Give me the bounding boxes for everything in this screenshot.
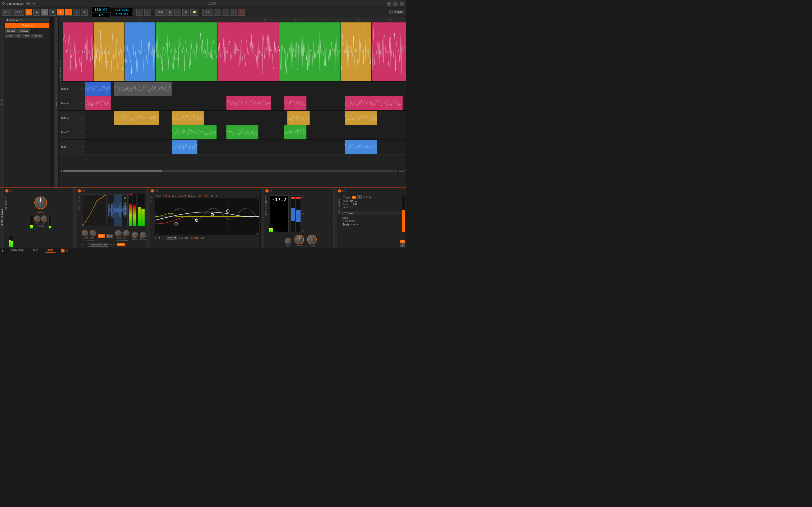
stop-button[interactable]: ■ xyxy=(33,9,40,15)
sync-button[interactable]: ↕ xyxy=(144,9,151,15)
osc-setting-icon[interactable]: ⚙ xyxy=(356,220,357,222)
take1-close[interactable]: ✕ xyxy=(81,146,83,149)
region-button[interactable]: REGION xyxy=(389,10,404,14)
eq-node-4[interactable]: 4 xyxy=(174,222,177,226)
peak-limiter-settings[interactable] xyxy=(270,189,272,192)
scroll-left-btn[interactable]: ◀ xyxy=(60,169,62,172)
osc-play-btn[interactable]: ▶ xyxy=(369,196,372,199)
sc-fx-button[interactable]: Sc FX xyxy=(117,243,125,246)
back-button[interactable]: ↺ xyxy=(183,9,189,15)
timeline-ruler[interactable]: 1.3 1.4 2.1 2.2 2.3 2.4 3.1 3.2 3.3 3.4 … xyxy=(59,17,406,22)
panel-add-btn-2[interactable]: + xyxy=(146,187,150,248)
a-button[interactable]: A xyxy=(352,196,356,199)
add-track-button-transport[interactable]: + xyxy=(57,9,64,15)
de-esser-settings[interactable] xyxy=(9,189,12,192)
take2-content[interactable] xyxy=(85,125,406,139)
freeze-button[interactable]: ❄ Freeze xyxy=(342,211,405,215)
slope-up-btn[interactable]: ↑ xyxy=(350,206,351,208)
ratio1-knob[interactable] xyxy=(82,230,88,236)
panel-add-btn-3[interactable]: + xyxy=(261,187,264,248)
eq-node-3[interactable]: 3 xyxy=(211,213,214,216)
file-button[interactable]: FILE xyxy=(2,9,12,15)
arrange-tab[interactable]: ARRANGE xyxy=(8,248,26,253)
title-add-tab[interactable]: + xyxy=(32,2,36,5)
release-knob-peak[interactable] xyxy=(295,235,304,244)
cycle-button[interactable]: ⟲ xyxy=(49,9,56,15)
take1-content[interactable] xyxy=(85,140,406,154)
rms-button[interactable]: RMS xyxy=(106,234,113,238)
window-minimize-button[interactable]: ─ xyxy=(387,2,391,6)
eq-display[interactable]: 4 3 2 5 +10 0 -10 20 100 1k 10k xyxy=(155,198,259,235)
osc-mode1[interactable]: ∿ xyxy=(363,196,365,199)
panel-add-btn-4[interactable]: + xyxy=(333,187,337,248)
title-close-tab[interactable]: ✕ xyxy=(26,2,31,5)
play-label-button[interactable]: PLAY xyxy=(13,9,24,15)
input-knob[interactable] xyxy=(285,238,291,244)
folder-button[interactable]: 📁 xyxy=(190,9,198,15)
record-button[interactable]: ● xyxy=(41,9,48,15)
formant-button[interactable]: Formant xyxy=(31,34,43,38)
main-track-content[interactable] xyxy=(63,22,406,81)
eq-arrows[interactable]: ⇅ xyxy=(215,195,217,198)
slope-down-btn[interactable]: ↓ xyxy=(352,206,353,208)
scrollbar-thumb[interactable] xyxy=(63,170,162,172)
mix-tab[interactable]: MIX xyxy=(31,248,40,253)
scrollbar-track[interactable] xyxy=(63,170,394,172)
view-icon-2[interactable]: ||| xyxy=(65,249,69,252)
gain-button[interactable]: Gain xyxy=(5,34,13,38)
undo-button[interactable]: ↩ xyxy=(214,9,221,15)
panel-add-btn-1[interactable]: + xyxy=(73,187,77,248)
tempo-display[interactable]: 110.00 4/4 xyxy=(92,7,110,17)
stretch-button[interactable]: Stretch xyxy=(5,29,17,33)
de-esser-freq-knob[interactable] xyxy=(34,196,47,209)
oscilloscope-settings[interactable] xyxy=(342,189,345,192)
eq-node-5[interactable]: 5 xyxy=(195,219,198,222)
take4-content[interactable] xyxy=(85,96,406,110)
onsets-button[interactable]: Onsets xyxy=(18,29,31,33)
range-30[interactable]: ±30 xyxy=(210,195,214,198)
take2-close[interactable]: ✕ xyxy=(81,131,83,134)
view-icon-1[interactable]: □ xyxy=(61,249,64,252)
metronome-button[interactable]: ♩ xyxy=(136,9,143,15)
window-close-button[interactable]: ✕ xyxy=(400,2,404,6)
play2-button[interactable]: ▷ xyxy=(174,9,181,15)
window-maximize-button[interactable]: □ xyxy=(393,2,398,6)
punch-button[interactable]: + xyxy=(73,9,80,15)
attack-knob[interactable] xyxy=(132,232,138,238)
peak-limiter-power[interactable] xyxy=(265,189,268,192)
eq-node-2[interactable]: 2 xyxy=(226,209,230,213)
edit-tab[interactable]: EDIT xyxy=(45,248,55,253)
dynamics-power[interactable] xyxy=(78,189,81,192)
de-esser-knob1[interactable] xyxy=(34,216,41,222)
ratio2-knob[interactable] xyxy=(115,230,121,236)
b-label-btn[interactable]: B xyxy=(400,243,405,247)
de-esser-knob2[interactable] xyxy=(41,216,47,222)
dynamics-settings[interactable] xyxy=(82,189,85,192)
horizontal-scrollbar[interactable]: ◀ ▶ 1/16 ▾ xyxy=(59,154,406,187)
position-display[interactable]: 3.2.3.31 0:05.225 xyxy=(111,8,133,16)
marker-button[interactable]: || xyxy=(166,9,173,15)
peak-button[interactable]: Peak xyxy=(98,234,105,238)
a-label-btn[interactable]: A xyxy=(400,240,405,243)
copy-button[interactable]: ⎘ xyxy=(230,9,237,15)
range-20[interactable]: ±20 xyxy=(204,195,207,198)
eq-power[interactable] xyxy=(151,189,154,192)
play-button[interactable]: ▶ xyxy=(26,9,32,15)
page-indicator[interactable]: 1/16 ▾ xyxy=(398,170,405,172)
band-power-btn[interactable]: ⚡ xyxy=(158,237,161,239)
device-input-select[interactable]: Device Input xyxy=(89,243,108,247)
edit-button[interactable]: EDIT xyxy=(202,9,213,15)
b-button[interactable]: B xyxy=(357,195,362,199)
osc-mode2[interactable]: ⏵ xyxy=(366,196,368,199)
ceiling-knob[interactable] xyxy=(307,235,317,244)
knee1-knob[interactable] xyxy=(90,230,96,236)
take5-close[interactable]: ✕ xyxy=(81,88,83,90)
redo-button[interactable]: ↪ xyxy=(222,9,229,15)
release-knob-dyn[interactable] xyxy=(140,232,146,238)
take4-close[interactable]: ✕ xyxy=(81,102,83,105)
comp-button[interactable]: □ xyxy=(65,9,72,15)
add-button[interactable]: ADD xyxy=(155,9,165,15)
take5-content[interactable] xyxy=(85,81,406,96)
scroll-right-btn[interactable]: ▶ xyxy=(395,169,397,172)
loop-button[interactable]: ↺ xyxy=(81,9,88,15)
